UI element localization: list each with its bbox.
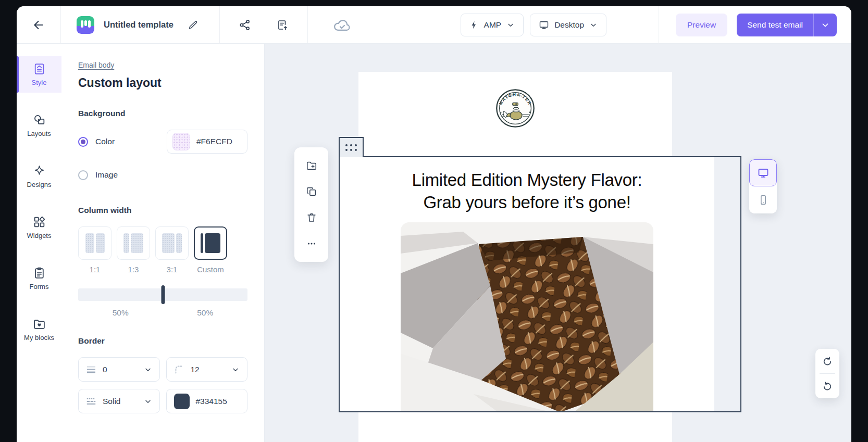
undo-button[interactable] [815,349,839,373]
sidebar-item-style[interactable]: Style [17,56,61,93]
rename-template-button[interactable] [183,15,204,35]
radio-unselected[interactable] [78,170,88,180]
block-toolbar [294,147,328,262]
column-option-custom[interactable] [194,226,227,260]
sidebar-item-forms[interactable]: Forms [17,260,61,297]
sidebar-item-label: Style [32,79,47,86]
sidebar-item-layouts[interactable]: Layouts [17,107,61,144]
sidebar-item-my-blocks[interactable]: My blocks [17,311,61,348]
device-mode-dropdown[interactable]: Desktop [530,14,606,36]
duplicate-block-button[interactable] [294,179,328,205]
layouts-icon [33,113,46,127]
column-option-1-1[interactable] [78,226,111,260]
template-name: Untitled template [104,20,173,30]
export-doc-icon [276,19,289,31]
column-width-slider[interactable] [78,288,247,301]
style-icon [33,62,46,75]
duplicate-icon [306,186,317,197]
properties-panel: Email body Custom layout Background Colo… [61,44,265,442]
coffee-beans-image[interactable] [401,222,653,412]
sidebar-item-label: Designs [27,181,52,188]
column-option-3-1[interactable] [155,226,189,260]
email-heading[interactable]: Limited Edition Mystery Flavor: Grab you… [340,169,714,213]
share-button[interactable] [234,15,255,35]
left-rail: Style Layouts Designs Widgets Forms My b… [17,44,61,442]
history-controls [815,349,839,398]
coffee-beans-illustration [401,222,653,412]
column-thumb [96,233,105,253]
send-test-email-button[interactable]: Send test email [737,14,813,36]
border-color-input[interactable]: #334155 [166,389,248,413]
panel-title: Custom layout [78,76,247,90]
back-button[interactable] [28,15,49,35]
block-drag-handle[interactable] [339,137,364,157]
sidebar-item-label: My blocks [24,334,54,342]
column-thumb [162,233,175,253]
background-color-label: Color [95,137,115,146]
background-color-row: Color #F6ECFD [78,130,247,154]
delete-block-button[interactable] [294,205,328,231]
border-radius-dropdown[interactable]: 12 [166,357,248,382]
chevron-down-icon [506,21,515,29]
desktop-view-button[interactable] [749,159,777,186]
border-controls: 0 12 Solid #334155 [78,357,247,413]
column-width-option-labels: 1:1 1:3 3:1 Custom [78,265,247,274]
drag-handle-icon [345,144,357,151]
background-image-radio-option[interactable]: Image [78,170,118,180]
chevron-down-icon [144,397,152,406]
background-color-value: #F6ECFD [196,137,232,146]
widgets-icon [33,216,46,229]
border-section-heading: Border [78,336,247,346]
sidebar-item-label: Widgets [27,232,52,239]
amp-lightning-icon [469,20,479,30]
more-options-button[interactable] [294,231,328,257]
chevron-down-icon [589,21,598,29]
sidebar-item-widgets[interactable]: Widgets [17,209,61,246]
back-arrow-icon [32,18,45,32]
export-template-button[interactable] [272,15,293,35]
radio-selected[interactable] [78,137,88,147]
top-bar: Untitled template AMP Desktop [17,6,851,44]
my-blocks-icon [33,318,46,331]
column-thumb [85,233,94,253]
column-thumb [205,233,220,253]
column-percentages: 50% 50% [78,308,247,318]
sidebar-item-label: Layouts [27,130,51,137]
send-test-email-caret-button[interactable] [813,14,837,36]
app-window: Untitled template AMP Desktop [17,6,851,442]
right-column-percent: 50% [163,308,248,318]
left-column-percent: 50% [78,308,163,318]
border-radius-icon [174,364,184,375]
background-image-row: Image [78,163,247,187]
column-width-slider-handle[interactable] [161,285,165,304]
column-option-label: 3:1 [155,265,189,274]
send-test-email-split-button: Send test email [737,14,837,36]
breadcrumb-email-body-link[interactable]: Email body [78,61,114,69]
mobile-icon [758,194,769,206]
border-radius-value: 12 [191,365,200,374]
selected-layout-block[interactable]: Limited Edition Mystery Flavor: Grab you… [339,156,741,412]
border-style-dropdown[interactable]: Solid [78,389,160,413]
border-style-value: Solid [103,397,120,406]
column-option-label: 1:1 [78,265,111,274]
desktop-icon [757,167,770,179]
sidebar-item-designs[interactable]: Designs [17,158,61,195]
device-mode-label: Desktop [554,20,584,30]
amp-mode-dropdown[interactable]: AMP [461,14,524,36]
designs-icon [33,165,46,178]
column-option-label: Custom [194,265,227,274]
preview-button[interactable]: Preview [676,14,727,36]
column-option-1-3[interactable] [117,226,150,260]
delete-icon [306,212,317,223]
save-to-blocks-button[interactable] [294,153,328,179]
column-thumb [131,233,143,253]
border-width-value: 0 [103,365,107,374]
redo-icon [822,381,833,392]
save-status [333,17,352,33]
background-color-input[interactable]: #F6ECFD [167,130,247,154]
border-width-dropdown[interactable]: 0 [78,357,160,382]
background-color-radio-option[interactable]: Color [78,137,115,147]
app-logo [77,16,94,34]
redo-button[interactable] [815,374,839,398]
mobile-view-button[interactable] [749,186,777,213]
